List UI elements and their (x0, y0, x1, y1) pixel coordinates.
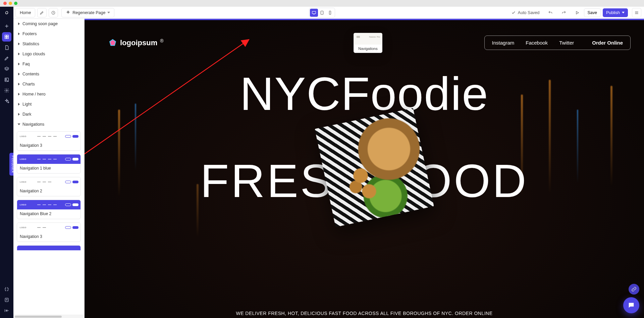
left-rail: Feedback (0, 19, 13, 318)
drop-indicator (85, 19, 644, 20)
rail-settings-button[interactable] (2, 86, 11, 95)
rail-media-button[interactable] (2, 75, 11, 84)
component-thumb[interactable]: LOGO Navigation 3 (17, 222, 81, 242)
category-item-navigations[interactable]: Navigations (13, 119, 84, 129)
svg-rect-4 (5, 35, 7, 37)
nav-link-facebook[interactable]: Facebook (526, 40, 548, 46)
svg-point-10 (6, 90, 7, 91)
components-panel: Coming soon page Footers Statistics Logo… (13, 19, 85, 318)
menu-button[interactable] (632, 8, 641, 17)
window-titlebar (0, 0, 644, 7)
chevron-right-icon (18, 113, 20, 116)
close-window-icon[interactable] (3, 2, 7, 5)
history-button[interactable] (49, 8, 58, 17)
category-item[interactable]: Footers (13, 29, 84, 39)
device-switcher (309, 8, 335, 18)
component-thumb[interactable]: LOGO Navigation 3 (17, 131, 81, 151)
nav-link-twitter[interactable]: Twitter (559, 40, 574, 46)
device-mobile-button[interactable] (326, 9, 334, 17)
sparkle-icon (66, 10, 70, 15)
chevron-right-icon (18, 43, 20, 45)
nav-link-instagram[interactable]: Instagram (492, 40, 515, 46)
regenerate-label: Regenerate Page (72, 10, 105, 15)
category-item[interactable]: Coming soon page (13, 19, 84, 29)
device-desktop-button[interactable] (310, 9, 318, 17)
page-select[interactable]: Home (15, 8, 35, 17)
autosaved-indicator: Auto Saved (511, 10, 540, 15)
regenerate-page-button[interactable]: Regenerate Page (61, 8, 114, 17)
hero-line1: NYCFoodie (85, 70, 644, 117)
chevron-right-icon (18, 103, 20, 106)
rail-add-button[interactable] (2, 21, 11, 31)
site-logo[interactable]: logoipsum® (108, 38, 164, 48)
category-item[interactable]: Logo clouds (13, 49, 84, 59)
navigations-thumbs: LOGO Navigation 3 LOGO Navigation 1 blue… (13, 129, 84, 254)
rail-shortcuts-button[interactable] (2, 284, 11, 294)
category-item[interactable]: Faq (13, 59, 84, 69)
svg-rect-1 (312, 11, 316, 13)
maximize-window-icon[interactable] (14, 2, 17, 5)
rail-layers-button[interactable] (2, 64, 11, 74)
chevron-right-icon (18, 53, 20, 55)
component-thumb[interactable] (17, 245, 81, 250)
rail-components-button[interactable] (2, 32, 11, 42)
component-thumb[interactable]: LOGO Navigation 1 blue (17, 154, 81, 174)
hero-image[interactable] (315, 108, 434, 227)
category-item[interactable]: Statistics (13, 39, 84, 49)
chevron-right-icon (18, 93, 20, 96)
hero-subtitle: WE DELIVER FRESH, HOT, DELICIOUS FAST FO… (85, 311, 644, 316)
check-icon (511, 10, 516, 15)
thumb-label: Navigation Blue 2 (17, 209, 80, 219)
drag-preview: FeaturesPrici Navigations (354, 33, 382, 53)
nav-link-order[interactable]: Order Online (592, 40, 623, 46)
rail-ai-button[interactable] (2, 97, 11, 106)
chevron-down-icon (18, 124, 20, 125)
top-toolbar: Home Regenerate Page (0, 7, 644, 19)
chevron-right-icon (18, 83, 20, 85)
svg-rect-5 (7, 35, 9, 37)
category-item[interactable]: Home / hero (13, 89, 84, 99)
svg-rect-2 (321, 11, 323, 14)
thumb-label: Navigation 3 (17, 232, 80, 242)
thumb-label: Navigation 1 blue (17, 164, 80, 173)
app-logo[interactable] (0, 7, 13, 19)
preview-button[interactable] (573, 8, 582, 17)
panel-scroll[interactable]: Coming soon page Footers Statistics Logo… (13, 19, 84, 315)
category-item[interactable]: Dark (13, 109, 84, 119)
chevron-right-icon (18, 73, 20, 75)
category-item[interactable]: Contents (13, 69, 84, 79)
redo-button[interactable] (559, 8, 569, 17)
thumb-label: Navigation 3 (17, 141, 80, 150)
site-nav: Instagram Facebook Twitter Order Online (484, 36, 631, 50)
page-name: Home (20, 10, 31, 15)
svg-rect-6 (5, 37, 7, 39)
category-item[interactable]: Light (13, 99, 84, 109)
publish-button[interactable]: Publish (603, 8, 628, 17)
chevron-down-icon (622, 12, 625, 13)
svg-point-9 (6, 79, 7, 80)
chat-fab[interactable] (623, 297, 639, 313)
link-fab[interactable] (629, 284, 639, 295)
component-thumb[interactable]: LOGO Navigation 2 (17, 177, 81, 196)
component-thumb[interactable]: LOGO Navigation Blue 2 (17, 200, 81, 219)
device-tablet-button[interactable] (318, 9, 326, 17)
autosaved-label: Auto Saved (518, 10, 540, 15)
rail-design-button[interactable] (2, 54, 11, 63)
canvas[interactable]: logoipsum® Instagram Facebook Twitter Or… (85, 19, 644, 318)
category-item[interactable]: Charts (13, 79, 84, 89)
svg-rect-3 (329, 11, 331, 14)
save-button[interactable]: Save (584, 8, 601, 17)
undo-button[interactable] (546, 8, 555, 17)
panel-h-scrollbar[interactable] (13, 315, 84, 318)
chevron-down-icon (107, 12, 110, 13)
rail-collapse-button[interactable] (2, 306, 11, 315)
drag-preview-label: Navigations (354, 45, 382, 53)
rail-docs-button[interactable] (2, 295, 11, 305)
chevron-right-icon (18, 22, 20, 25)
minimize-window-icon[interactable] (9, 2, 12, 5)
edit-page-button[interactable] (37, 8, 47, 17)
chevron-right-icon (18, 33, 20, 35)
rail-pages-button[interactable] (2, 43, 11, 52)
thumb-label: Navigation 2 (17, 187, 80, 196)
svg-rect-7 (7, 37, 9, 39)
